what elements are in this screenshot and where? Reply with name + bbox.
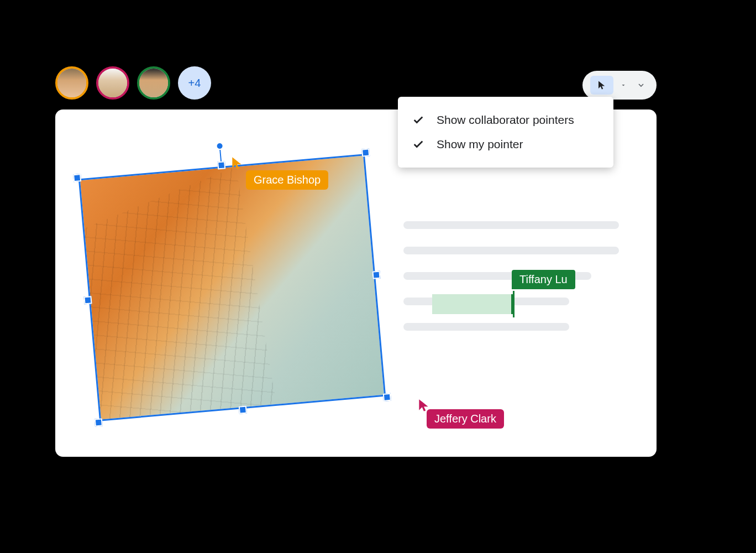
collaborator-label-jeffery: Jeffery Clark [427, 409, 504, 429]
avatar-collaborator-2[interactable] [96, 66, 129, 100]
collaborator-caret-tiffany [513, 291, 514, 317]
tool-dropdown-caret[interactable] [616, 77, 631, 93]
pointer-options-menu: Show collaborator pointers Show my point… [398, 97, 613, 168]
resize-handle-bl[interactable] [95, 418, 103, 426]
resize-handle-tl[interactable] [73, 174, 81, 182]
cursor-icon [230, 156, 244, 170]
resize-handle-bm[interactable] [239, 406, 247, 414]
overflow-collaborators-badge[interactable]: +4 [178, 66, 211, 100]
resize-handle-br[interactable] [383, 393, 391, 401]
menu-item-label: Show collaborator pointers [437, 113, 574, 127]
menu-item-show-my-pointer[interactable]: Show my pointer [398, 132, 613, 156]
resize-handle-tr[interactable] [361, 148, 370, 156]
collaborators-row: +4 [55, 66, 211, 100]
caret-down-icon [620, 82, 627, 88]
collaborator-label-tiffany: Tiffany Lu [512, 270, 575, 289]
cursor-icon [597, 80, 607, 90]
text-line [403, 323, 569, 331]
avatar-collaborator-3[interactable] [137, 66, 170, 100]
selected-image[interactable] [78, 154, 386, 421]
menu-item-show-collaborator-pointers[interactable]: Show collaborator pointers [398, 108, 613, 132]
menu-item-label: Show my pointer [437, 138, 523, 151]
avatar-collaborator-1[interactable] [55, 66, 88, 100]
menu-expand-caret[interactable] [633, 77, 649, 93]
cursor-tool-button[interactable] [590, 76, 613, 95]
check-icon [412, 114, 424, 126]
cursor-tool-chip [582, 71, 657, 100]
text-line [403, 221, 619, 229]
check-icon [412, 138, 424, 150]
text-line [403, 247, 619, 254]
collaborator-cursor-grace [230, 156, 244, 173]
collaborator-label-grace: Grace Bishop [246, 170, 328, 190]
resize-handle-mr[interactable] [372, 271, 380, 279]
text-placeholder-block [403, 221, 619, 348]
resize-handle-tm[interactable] [217, 161, 225, 169]
text-selection-highlight [432, 294, 513, 314]
chevron-down-icon [637, 81, 645, 90]
resize-handle-ml[interactable] [83, 296, 92, 304]
